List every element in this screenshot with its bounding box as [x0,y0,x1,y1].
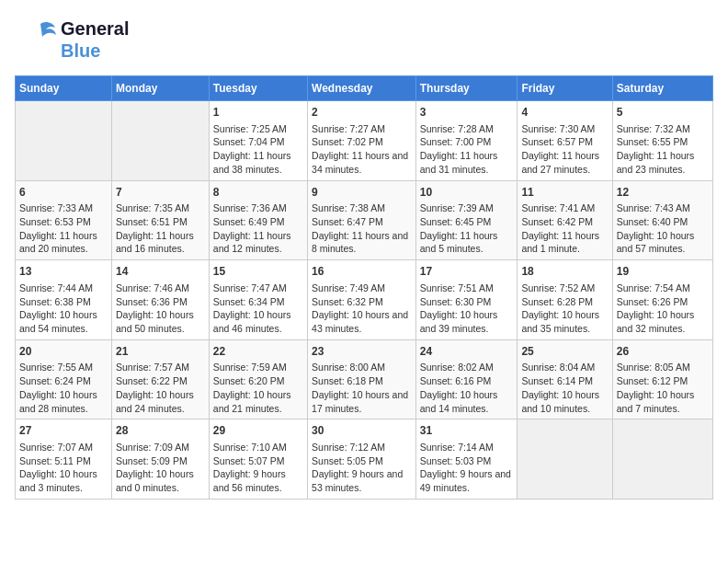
day-content: Sunrise: 7:59 AMSunset: 6:20 PMDaylight:… [213,361,303,415]
calendar-header-row: SundayMondayTuesdayWednesdayThursdayFrid… [16,76,713,101]
calendar-cell: 9Sunrise: 7:38 AMSunset: 6:47 PMDaylight… [308,180,416,260]
day-number: 22 [213,344,303,360]
day-number: 4 [521,105,608,121]
calendar-cell: 14Sunrise: 7:46 AMSunset: 6:36 PMDayligh… [112,260,210,340]
calendar-cell: 16Sunrise: 7:49 AMSunset: 6:32 PMDayligh… [308,260,416,340]
day-content: Sunrise: 7:54 AMSunset: 6:26 PMDaylight:… [617,282,709,336]
day-number: 25 [521,344,608,360]
day-number: 18 [521,264,608,280]
weekday-header-tuesday: Tuesday [209,76,307,101]
day-number: 21 [116,344,205,360]
calendar-week-4: 20Sunrise: 7:55 AMSunset: 6:24 PMDayligh… [16,339,713,419]
day-content: Sunrise: 7:44 AMSunset: 6:38 PMDaylight:… [19,282,108,336]
day-content: Sunrise: 7:35 AMSunset: 6:51 PMDaylight:… [116,201,205,256]
calendar-cell: 1Sunrise: 7:25 AMSunset: 7:04 PMDaylight… [209,101,307,181]
day-number: 14 [116,264,205,280]
day-number: 7 [116,185,205,201]
calendar-cell: 7Sunrise: 7:35 AMSunset: 6:51 PMDaylight… [112,180,210,260]
day-content: Sunrise: 7:51 AMSunset: 6:30 PMDaylight:… [420,282,514,336]
day-number: 28 [116,423,205,439]
calendar-cell: 18Sunrise: 7:52 AMSunset: 6:28 PMDayligh… [518,260,612,340]
day-content: Sunrise: 8:05 AMSunset: 6:12 PMDaylight:… [617,361,709,415]
calendar-cell: 2Sunrise: 7:27 AMSunset: 7:02 PMDaylight… [308,101,416,181]
calendar-cell [112,101,210,181]
day-content: Sunrise: 7:57 AMSunset: 6:22 PMDaylight:… [116,361,205,415]
day-content: Sunrise: 7:43 AMSunset: 6:40 PMDaylight:… [617,201,709,256]
day-number: 11 [521,185,608,201]
day-content: Sunrise: 8:00 AMSunset: 6:18 PMDaylight:… [312,361,412,415]
calendar-cell: 21Sunrise: 7:57 AMSunset: 6:22 PMDayligh… [112,339,210,419]
day-number: 1 [213,105,303,121]
day-number: 27 [19,423,108,439]
calendar-cell: 12Sunrise: 7:43 AMSunset: 6:40 PMDayligh… [612,180,712,260]
calendar-table: SundayMondayTuesdayWednesdayThursdayFrid… [15,75,713,500]
calendar-cell: 26Sunrise: 8:05 AMSunset: 6:12 PMDayligh… [612,339,712,419]
calendar-cell: 4Sunrise: 7:30 AMSunset: 6:57 PMDaylight… [518,101,612,181]
day-number: 6 [19,185,108,201]
day-number: 24 [420,344,514,360]
day-content: Sunrise: 8:04 AMSunset: 6:14 PMDaylight:… [521,361,608,415]
day-content: Sunrise: 8:02 AMSunset: 6:16 PMDaylight:… [420,361,514,415]
day-content: Sunrise: 7:47 AMSunset: 6:34 PMDaylight:… [213,282,303,336]
weekday-header-monday: Monday [112,76,210,101]
day-number: 20 [19,344,108,360]
calendar-cell: 30Sunrise: 7:12 AMSunset: 5:05 PMDayligh… [308,419,416,500]
calendar-week-3: 13Sunrise: 7:44 AMSunset: 6:38 PMDayligh… [16,260,713,340]
calendar-cell: 17Sunrise: 7:51 AMSunset: 6:30 PMDayligh… [415,260,518,340]
day-content: Sunrise: 7:39 AMSunset: 6:45 PMDaylight:… [420,201,514,256]
weekday-header-sunday: Sunday [16,76,112,101]
day-number: 31 [420,423,514,439]
calendar-cell: 11Sunrise: 7:41 AMSunset: 6:42 PMDayligh… [518,180,612,260]
day-content: Sunrise: 7:49 AMSunset: 6:32 PMDaylight:… [312,282,412,336]
calendar-cell: 6Sunrise: 7:33 AMSunset: 6:53 PMDaylight… [16,180,112,260]
calendar-week-5: 27Sunrise: 7:07 AMSunset: 5:11 PMDayligh… [16,419,713,500]
calendar-cell: 13Sunrise: 7:44 AMSunset: 6:38 PMDayligh… [16,260,112,340]
day-content: Sunrise: 7:55 AMSunset: 6:24 PMDaylight:… [19,361,108,415]
day-number: 12 [617,185,709,201]
calendar-cell: 31Sunrise: 7:14 AMSunset: 5:03 PMDayligh… [415,419,518,500]
calendar-cell: 15Sunrise: 7:47 AMSunset: 6:34 PMDayligh… [209,260,307,340]
calendar-cell: 28Sunrise: 7:09 AMSunset: 5:09 PMDayligh… [112,419,210,500]
calendar-cell [518,419,612,500]
day-number: 30 [312,423,412,439]
day-number: 3 [420,105,514,121]
calendar-cell: 5Sunrise: 7:32 AMSunset: 6:55 PMDaylight… [612,101,712,181]
day-number: 17 [420,264,514,280]
day-number: 10 [420,185,514,201]
weekday-header-friday: Friday [518,76,612,101]
day-content: Sunrise: 7:33 AMSunset: 6:53 PMDaylight:… [19,201,108,256]
weekday-header-wednesday: Wednesday [308,76,416,101]
calendar-body: 1Sunrise: 7:25 AMSunset: 7:04 PMDaylight… [16,101,713,500]
day-number: 23 [312,344,412,360]
calendar-cell: 29Sunrise: 7:10 AMSunset: 5:07 PMDayligh… [209,419,307,500]
calendar-cell: 25Sunrise: 8:04 AMSunset: 6:14 PMDayligh… [518,339,612,419]
day-number: 13 [19,264,108,280]
day-number: 8 [213,185,303,201]
day-content: Sunrise: 7:30 AMSunset: 6:57 PMDaylight:… [521,122,608,177]
day-number: 5 [617,105,709,121]
day-number: 26 [617,344,709,360]
calendar-cell [612,419,712,500]
calendar-cell: 19Sunrise: 7:54 AMSunset: 6:26 PMDayligh… [612,260,712,340]
calendar-cell: 20Sunrise: 7:55 AMSunset: 6:24 PMDayligh… [16,339,112,419]
day-content: Sunrise: 7:38 AMSunset: 6:47 PMDaylight:… [312,201,412,256]
calendar-cell: 24Sunrise: 8:02 AMSunset: 6:16 PMDayligh… [415,339,518,419]
calendar-cell: 22Sunrise: 7:59 AMSunset: 6:20 PMDayligh… [209,339,307,419]
day-content: Sunrise: 7:28 AMSunset: 7:00 PMDaylight:… [420,122,514,177]
day-number: 29 [213,423,303,439]
day-number: 2 [312,105,412,121]
weekday-header-saturday: Saturday [612,76,712,101]
day-content: Sunrise: 7:12 AMSunset: 5:05 PMDaylight:… [312,441,412,495]
day-content: Sunrise: 7:27 AMSunset: 7:02 PMDaylight:… [312,122,412,177]
day-content: Sunrise: 7:10 AMSunset: 5:07 PMDaylight:… [213,441,303,495]
logo-icon [15,15,61,61]
day-content: Sunrise: 7:09 AMSunset: 5:09 PMDaylight:… [116,441,205,495]
calendar-cell: 8Sunrise: 7:36 AMSunset: 6:49 PMDaylight… [209,180,307,260]
calendar-week-2: 6Sunrise: 7:33 AMSunset: 6:53 PMDaylight… [16,180,713,260]
day-content: Sunrise: 7:25 AMSunset: 7:04 PMDaylight:… [213,122,303,177]
day-content: Sunrise: 7:46 AMSunset: 6:36 PMDaylight:… [116,282,205,336]
day-number: 9 [312,185,412,201]
calendar-cell: 27Sunrise: 7:07 AMSunset: 5:11 PMDayligh… [16,419,112,500]
page-header: General Blue [15,15,713,64]
weekday-header-thursday: Thursday [415,76,518,101]
